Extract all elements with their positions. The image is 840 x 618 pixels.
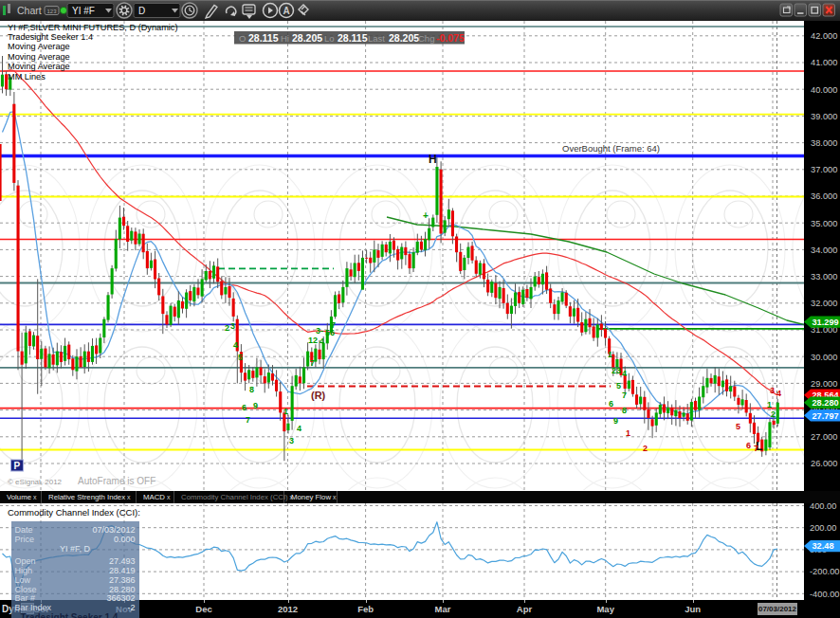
svg-text:28.280: 28.280 [813, 398, 839, 408]
svg-text:39.000: 39.000 [811, 112, 837, 121]
svg-text:28.115: 28.115 [338, 32, 368, 44]
svg-text:Moving Average: Moving Average [8, 62, 70, 71]
svg-text:3-: 3- [316, 326, 323, 336]
svg-text:6: 6 [609, 399, 613, 409]
svg-text:1: 1 [608, 350, 612, 359]
svg-text:D: D [138, 6, 145, 16]
svg-text:(R): (R) [311, 390, 326, 401]
svg-text:32.48: 32.48 [813, 541, 834, 551]
svg-text:3: 3 [230, 321, 235, 331]
svg-text:5: 5 [616, 381, 621, 391]
svg-text:26.000: 26.000 [811, 459, 837, 468]
svg-text:400.00: 400.00 [810, 503, 836, 511]
svg-text:7: 7 [246, 415, 250, 425]
svg-text:28.205: 28.205 [389, 32, 419, 44]
svg-text:H: H [429, 153, 437, 166]
svg-text:-0.075: -0.075 [436, 32, 465, 44]
svg-text:31.299: 31.299 [813, 318, 839, 327]
svg-text:123: 123 [47, 9, 58, 14]
svg-text:5: 5 [736, 422, 740, 431]
svg-text:YI #F: YI #F [72, 6, 95, 16]
svg-text:12: 12 [308, 336, 318, 345]
svg-text:6: 6 [746, 441, 751, 450]
svg-text:Commodity Channel Index (CCI):: Commodity Channel Index (CCI): [8, 507, 140, 518]
svg-text:7: 7 [331, 320, 336, 330]
svg-text:41.000: 41.000 [811, 58, 837, 67]
svg-text:38.000: 38.000 [811, 138, 837, 148]
svg-text:42.000: 42.000 [811, 31, 837, 41]
svg-text:37.000: 37.000 [811, 165, 837, 174]
svg-text:Chg: Chg [418, 33, 434, 44]
svg-text:-400.00: -400.00 [810, 590, 840, 599]
svg-text:A: A [283, 6, 290, 16]
svg-text:9: 9 [613, 416, 618, 426]
svg-text:AutoFrame is OFF: AutoFrame is OFF [78, 476, 155, 486]
svg-text:27.000: 27.000 [811, 432, 837, 442]
svg-text:33.000: 33.000 [811, 272, 837, 282]
svg-text:8: 8 [622, 406, 627, 415]
svg-text:6: 6 [242, 403, 247, 412]
svg-text:4: 4 [320, 336, 324, 346]
svg-text:+: + [423, 210, 429, 221]
svg-text:28.205: 28.205 [292, 32, 322, 44]
svg-text:7: 7 [622, 391, 627, 400]
svg-text:7: 7 [310, 358, 315, 368]
svg-text:4: 4 [622, 369, 627, 378]
svg-text:Last: Last [368, 33, 385, 44]
svg-text:9: 9 [253, 401, 258, 410]
svg-text:1: 1 [626, 428, 630, 438]
svg-text:2: 2 [225, 323, 229, 333]
svg-text:YI #F,SILVER MINI FUTURES, D (: YI #F,SILVER MINI FUTURES, D (Dynamic) [8, 23, 178, 32]
svg-text:2: 2 [643, 444, 648, 453]
svg-text:27.797: 27.797 [813, 411, 839, 421]
svg-text:O: O [239, 33, 246, 44]
svg-text:40.000: 40.000 [811, 85, 837, 95]
svg-text:7: 7 [754, 444, 758, 453]
svg-text:© eSignal, 2012: © eSignal, 2012 [8, 478, 63, 486]
svg-text:4: 4 [233, 340, 238, 350]
svg-text:8: 8 [249, 385, 254, 394]
svg-text:32.000: 32.000 [811, 299, 837, 308]
svg-text:P: P [14, 461, 21, 471]
svg-text:4: 4 [297, 424, 301, 433]
svg-text:29.000: 29.000 [811, 379, 837, 389]
svg-text:Tradesight Seeker 1.4: Tradesight Seeker 1.4 [8, 32, 93, 42]
svg-text:3: 3 [289, 436, 294, 445]
svg-text:2: 2 [771, 409, 776, 419]
svg-text:23: 23 [612, 366, 621, 375]
svg-text:35.000: 35.000 [811, 219, 837, 228]
svg-text:1: 1 [767, 400, 772, 409]
svg-text:Chart: Chart [17, 5, 42, 16]
svg-text:Moving Average: Moving Average [8, 42, 70, 51]
svg-text:3: 3 [770, 386, 775, 395]
svg-text:OverBought (Frame: 64): OverBought (Frame: 64) [562, 143, 660, 154]
svg-text:1: 1 [283, 407, 288, 416]
svg-text:4: 4 [776, 389, 781, 398]
svg-text:30.000: 30.000 [811, 353, 837, 362]
svg-text:Moving Average: Moving Average [8, 52, 70, 62]
svg-text:Hi: Hi [281, 33, 289, 44]
svg-text:Lo: Lo [324, 33, 335, 44]
svg-text:36.000: 36.000 [811, 191, 837, 201]
svg-text:5: 5 [238, 353, 243, 362]
svg-text:MM Lines: MM Lines [8, 72, 46, 82]
svg-text:-200.00: -200.00 [810, 567, 840, 576]
svg-text:200.00: 200.00 [810, 523, 836, 533]
svg-text:34.000: 34.000 [811, 245, 837, 255]
svg-text:28.115: 28.115 [248, 32, 279, 44]
